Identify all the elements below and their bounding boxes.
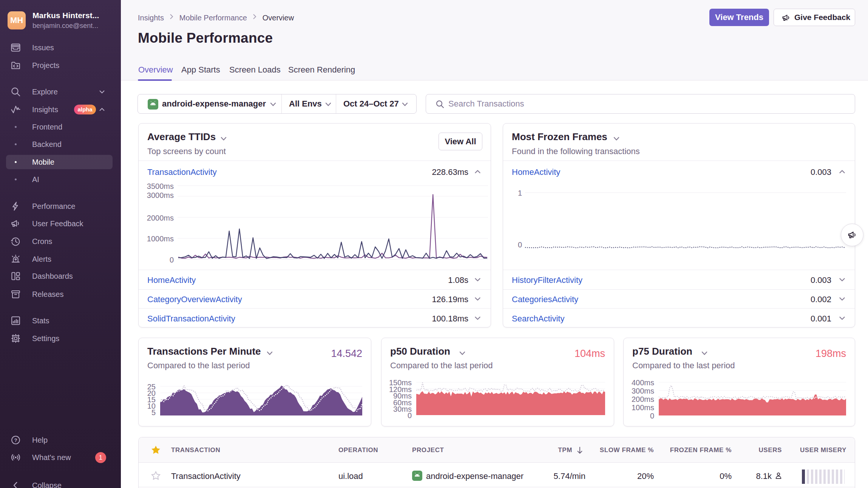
svg-text:?: ? <box>14 437 17 443</box>
